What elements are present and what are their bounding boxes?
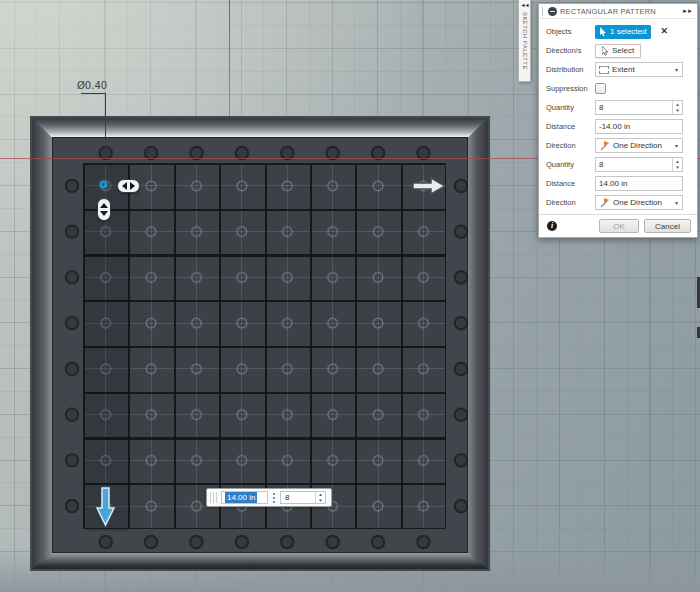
select-directions-button[interactable]: Select xyxy=(595,44,641,58)
pattern-seed-point[interactable] xyxy=(100,181,107,188)
quantity2-stepper[interactable]: ▲ ▼ xyxy=(672,158,682,171)
field-label: Suppression xyxy=(546,84,595,93)
quantity1-input[interactable]: 8 ▲ ▼ xyxy=(595,100,683,115)
cursor-icon xyxy=(600,27,607,37)
objects-selected-chip[interactable]: 1 selected xyxy=(595,25,651,39)
field-label: Distance xyxy=(546,179,595,188)
inline-quantity-input[interactable]: 8 ▲ ▼ xyxy=(280,491,326,504)
quantity2-input[interactable]: 8 ▲ ▼ xyxy=(595,157,683,172)
direction1-drag-arrow[interactable] xyxy=(412,176,448,200)
quantity-value: 8 xyxy=(281,493,289,502)
suppression-checkbox[interactable] xyxy=(595,83,606,94)
plate-bevel-bottom xyxy=(32,552,488,569)
y-axis-line xyxy=(229,0,230,124)
dialog-grip[interactable] xyxy=(542,7,545,16)
dialog-title: RECTANGULAR PATTERN xyxy=(560,7,679,16)
info-icon[interactable]: i xyxy=(547,221,557,231)
spin-down-icon[interactable]: ▼ xyxy=(675,108,679,114)
perimeter-holes-left xyxy=(58,163,86,529)
row-direction2: Direction One Direction ▾ xyxy=(546,193,689,212)
field-label: Direction xyxy=(546,141,595,150)
ok-button[interactable]: OK xyxy=(599,219,639,233)
perimeter-holes-right xyxy=(447,163,475,529)
extent-icon xyxy=(599,66,609,74)
direction1-select[interactable]: One Direction ▾ xyxy=(595,138,683,153)
field-label: Quantity xyxy=(546,103,595,112)
flip-left-icon xyxy=(122,182,127,190)
row-distribution: Distribution Extent ▾ xyxy=(546,60,689,79)
clear-selection-button[interactable]: ✕ xyxy=(660,27,668,36)
distance2-input[interactable]: 14.00 in xyxy=(595,176,683,191)
selected-text: 14.00 in xyxy=(225,492,257,503)
dialog-title-bar[interactable]: RECTANGULAR PATTERN ►► xyxy=(539,4,697,19)
sketch-palette-title: SKETCH PALETTE xyxy=(522,12,528,70)
row-distance2: Distance 14.00 in xyxy=(546,174,689,193)
field-label: Direction/s xyxy=(546,46,595,55)
cancel-button[interactable]: Cancel xyxy=(644,219,691,233)
direction2-select[interactable]: One Direction ▾ xyxy=(595,195,683,210)
spin-down-icon[interactable]: ▼ xyxy=(675,165,679,171)
caret-down-icon: ▾ xyxy=(675,66,682,73)
one-direction-icon xyxy=(599,198,610,208)
feature-icon xyxy=(548,7,557,16)
row-quantity2: Quantity 8 ▲ ▼ xyxy=(546,155,689,174)
flip-right-icon xyxy=(130,182,135,190)
perimeter-holes-top xyxy=(83,142,446,164)
plate-bevel-left xyxy=(32,118,53,569)
flip-horizontal-handle[interactable] xyxy=(117,179,140,193)
expand-right-icon[interactable]: ►► xyxy=(682,8,692,14)
flip-vertical-handle[interactable] xyxy=(97,198,111,221)
sketch-palette-tab[interactable]: ◄◄ SKETCH PALETTE xyxy=(518,0,531,82)
toolbar-drag-handle[interactable] xyxy=(210,492,218,503)
field-label: Direction xyxy=(546,198,595,207)
field-label: Distance xyxy=(546,122,595,131)
flip-up-icon xyxy=(100,203,108,208)
flip-down-icon xyxy=(100,211,108,216)
row-directions: Direction/s Select xyxy=(546,41,689,60)
inline-quantity-stepper[interactable]: ▲ ▼ xyxy=(315,492,325,503)
plate-pocket-grid xyxy=(83,163,446,529)
distribution-select[interactable]: Extent ▾ xyxy=(595,62,683,77)
perimeter-holes-bottom xyxy=(83,531,446,553)
dialog-body: Objects 1 selected ✕ Direction/s xyxy=(539,19,697,214)
distance1-input[interactable]: -14.00 in xyxy=(595,119,683,134)
collapse-left-icon[interactable]: ◄◄ xyxy=(521,2,529,9)
inline-distance-input[interactable]: 14.00 in xyxy=(221,491,268,504)
cursor-icon xyxy=(602,46,609,56)
rectangular-pattern-dialog: RECTANGULAR PATTERN ►► Objects 1 selecte… xyxy=(538,3,698,238)
row-suppression: Suppression xyxy=(546,79,689,98)
inline-edit-toolbar: 14.00 in 8 ▲ ▼ xyxy=(206,488,332,507)
dimension-leader-v xyxy=(105,93,106,148)
field-label: Quantity xyxy=(546,160,595,169)
caret-down-icon: ▾ xyxy=(675,199,682,206)
row-quantity1: Quantity 8 ▲ ▼ xyxy=(546,98,689,117)
quantity1-stepper[interactable]: ▲ ▼ xyxy=(672,101,682,114)
row-distance1: Distance -14.00 in xyxy=(546,117,689,136)
caret-down-icon: ▾ xyxy=(675,142,682,149)
diameter-dimension[interactable]: Ø0.40 xyxy=(77,80,107,91)
field-label: Objects xyxy=(546,27,595,36)
row-objects: Objects 1 selected ✕ xyxy=(546,22,689,41)
dimension-leader-h xyxy=(81,93,106,94)
one-direction-icon xyxy=(599,141,610,151)
field-label: Distribution xyxy=(546,65,595,74)
app-window: Ø0.40 14.00 in 8 ▲ ▼ ◄◄ SKETCH PALETTE R… xyxy=(0,0,700,592)
dialog-footer: i OK Cancel xyxy=(539,214,697,237)
spin-down-icon[interactable]: ▼ xyxy=(318,498,322,504)
field-drag-dots[interactable] xyxy=(270,492,278,503)
row-direction1: Direction One Direction ▾ xyxy=(546,136,689,155)
direction2-drag-arrow[interactable] xyxy=(95,487,116,531)
plate-bevel-top xyxy=(32,118,488,139)
